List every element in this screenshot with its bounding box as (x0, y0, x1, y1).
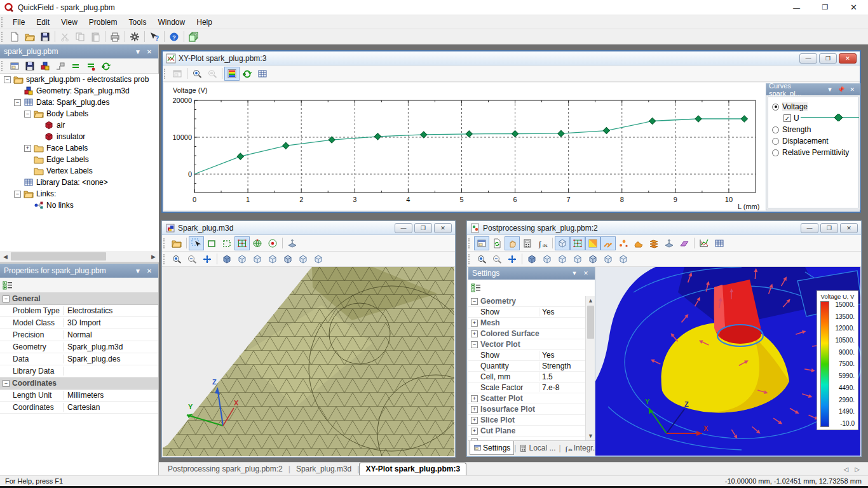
menu-window[interactable]: Window (153, 17, 191, 28)
settings-group-row[interactable]: −Vector Plot (468, 339, 595, 350)
settings-tab-local[interactable]: Local ... (516, 441, 559, 455)
collapse-icon[interactable]: − (14, 191, 21, 198)
categorize-button[interactable] (0, 278, 15, 292)
view-right-button[interactable] (280, 252, 295, 266)
property-group[interactable]: −Coordinates (0, 377, 158, 390)
panel-close-icon[interactable]: ✕ (847, 86, 857, 93)
view-left-button[interactable] (265, 252, 280, 266)
open-geometry-button[interactable] (169, 236, 184, 250)
zoom-in-button[interactable] (169, 252, 184, 266)
zoom-fit-button[interactable] (200, 252, 215, 266)
property-row[interactable]: PrecisionNormal (0, 329, 158, 341)
curves-button[interactable] (240, 67, 255, 81)
view-back-button[interactable] (250, 252, 265, 266)
settings-group-row[interactable]: −Geometry (468, 296, 595, 307)
scatter-plot-button[interactable] (616, 236, 631, 250)
settings-panel-header[interactable]: Settings ▼ ✕ (468, 267, 595, 280)
scroll-right-icon[interactable]: ▶ (148, 251, 159, 262)
categorize-button[interactable] (468, 281, 484, 295)
settings-row[interactable]: Cell, mm1.5 (468, 372, 595, 383)
collapse-icon[interactable]: − (4, 76, 11, 83)
minimize-button[interactable]: — (395, 223, 412, 233)
view-bottom-button[interactable] (311, 252, 326, 266)
mdi-tab-3[interactable]: XY-Plot spark_plug.pbm:3 (359, 463, 466, 475)
slice-plot-button[interactable] (646, 236, 661, 250)
settings-group-row[interactable]: +Scatter Plot (468, 393, 595, 404)
view-results-button[interactable] (98, 59, 114, 73)
menu-tools[interactable]: Tools (123, 17, 153, 28)
colored-surface-button[interactable] (585, 236, 600, 250)
tree-item[interactable]: Vertex Labels (0, 165, 159, 177)
expand-icon[interactable]: + (471, 320, 478, 327)
menu-help[interactable]: Help (191, 17, 218, 28)
view-front-button[interactable] (539, 252, 555, 266)
save-all-button[interactable] (22, 59, 37, 73)
expand-icon[interactable]: + (24, 145, 31, 152)
table-button[interactable] (712, 236, 727, 250)
tab-scroll-right-icon[interactable]: ▷ (851, 466, 863, 473)
panel-menu-icon[interactable]: ▼ (569, 270, 580, 276)
select-region-button[interactable] (219, 236, 234, 250)
pan-button[interactable] (505, 236, 520, 250)
collapse-icon[interactable]: − (24, 111, 31, 118)
tree-item[interactable]: −Body Labels (0, 108, 159, 119)
tree-item[interactable]: Geometry: Spark_plug.m3d (0, 85, 159, 97)
m3d-viewport[interactable]: Y Z X (163, 267, 454, 456)
tree-item[interactable]: −Links: (0, 188, 159, 200)
cut-button[interactable] (57, 30, 72, 44)
property-value[interactable]: Millimeters (64, 391, 158, 400)
help-button[interactable]: ? (166, 30, 182, 44)
scroll-thumb[interactable] (587, 306, 594, 339)
plot-properties-button[interactable] (170, 67, 185, 81)
view-right-button[interactable] (585, 252, 600, 266)
property-value[interactable]: Electrostatics (64, 306, 158, 315)
calculator-button[interactable] (520, 236, 535, 250)
select-rect-button[interactable] (204, 236, 219, 250)
tree-item[interactable]: insulator (0, 131, 159, 142)
tree-item[interactable]: −spark_plug.pbm - electrostatics prob (0, 74, 159, 85)
mesh-button[interactable] (570, 236, 585, 250)
minimize-button[interactable]: — (782, 0, 811, 15)
property-row[interactable]: Model Class3D Import (0, 317, 158, 329)
close-button[interactable]: ✕ (839, 53, 857, 64)
settings-group-row[interactable]: +Slice Plot (468, 415, 595, 426)
settings-row[interactable]: Scale Factor7.e-8 (468, 383, 595, 393)
settings-scrollbar[interactable]: ▲ ▼ (585, 296, 595, 440)
scroll-down-icon[interactable]: ▼ (586, 431, 595, 440)
property-value[interactable]: 3D Import (64, 318, 158, 327)
settings-group-row[interactable]: +Cut Plane (468, 426, 595, 437)
collapse-icon[interactable]: − (3, 295, 10, 302)
menu-view[interactable]: View (55, 17, 83, 28)
property-row[interactable]: Library Data (0, 365, 158, 377)
slice-plane-button[interactable] (677, 236, 692, 250)
property-value[interactable]: Cartesian (64, 403, 158, 412)
tree-horizontal-scrollbar[interactable]: ◀ ▶ (0, 251, 159, 262)
pick-cursor-button[interactable] (189, 236, 204, 250)
view-iso-button[interactable] (219, 252, 234, 266)
restore-button[interactable]: ❐ (414, 223, 432, 233)
context-help-button[interactable]: ? (147, 30, 162, 44)
radio-icon[interactable] (772, 149, 779, 156)
settings-row[interactable]: ShowYes (468, 307, 595, 318)
options-button[interactable] (127, 30, 142, 44)
post-viewport[interactable]: Y Z X Voltage U, V 15000.13500.12000.105… (595, 267, 860, 456)
view-left-button[interactable] (570, 252, 585, 266)
collapse-icon[interactable]: − (14, 99, 21, 106)
pin-icon[interactable]: 📌 (836, 86, 846, 93)
tree-item[interactable]: air (0, 119, 159, 131)
expand-icon[interactable]: + (471, 330, 478, 337)
property-row[interactable]: GeometrySpark_plug.m3d (0, 341, 158, 353)
attach-button[interactable] (53, 59, 68, 73)
menu-file[interactable]: File (7, 17, 31, 28)
scroll-left-icon[interactable]: ◀ (0, 251, 11, 262)
print-button[interactable] (107, 30, 123, 44)
expand-icon[interactable]: + (471, 395, 478, 402)
zoom-in-button[interactable] (474, 252, 489, 266)
tab-scroll-left-icon[interactable]: ◁ (841, 466, 852, 473)
tree-item[interactable]: +Face Labels (0, 142, 159, 154)
tree-item[interactable]: −Data: Spark_plug.des (0, 97, 159, 108)
view-top-button[interactable] (600, 252, 616, 266)
view-bottom-button[interactable] (616, 252, 631, 266)
curve-option-relative-permittivity[interactable]: Relative Permittivity (771, 147, 855, 158)
property-row[interactable]: DataSpark_plug.des (0, 353, 158, 365)
